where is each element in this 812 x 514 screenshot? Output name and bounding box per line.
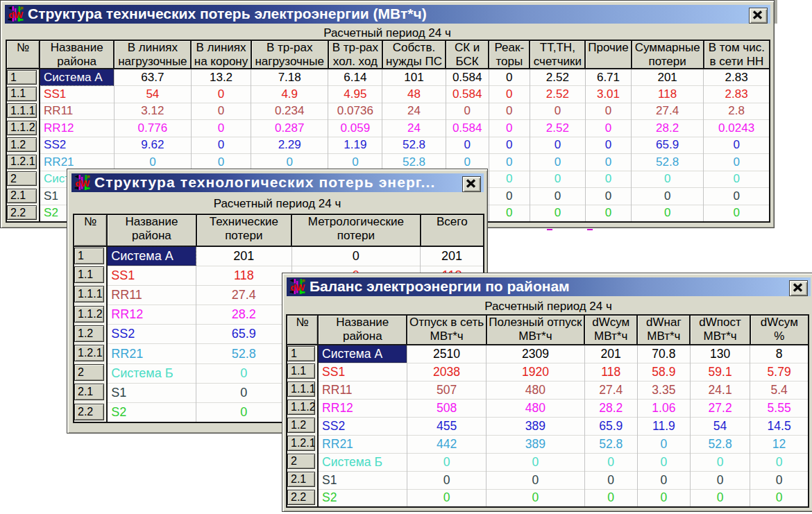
svg-text:dW: dW <box>75 178 90 189</box>
svg-text:dW: dW <box>8 10 23 20</box>
svg-text:dW: dW <box>290 282 305 293</box>
